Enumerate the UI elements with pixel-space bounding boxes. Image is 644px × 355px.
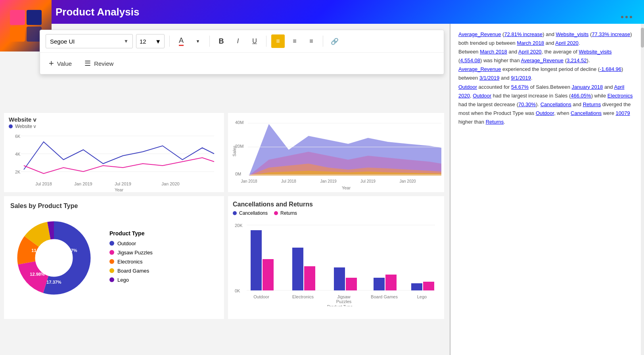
sep4	[323, 36, 323, 47]
website-chart-title: Website v	[4, 113, 224, 123]
link-website-visits-1[interactable]: Website_visits	[556, 31, 589, 37]
insight-paragraph-1: Average_Revenue (72.81% increase) and We…	[458, 30, 636, 48]
legend-color-jigsaw	[109, 250, 114, 255]
link-77pct[interactable]: 77.33% increase	[592, 31, 630, 37]
svg-rect-1	[27, 10, 42, 25]
link-outdoor-2[interactable]: Outdoor	[473, 93, 491, 99]
align-center-button[interactable]: ≡	[288, 34, 301, 48]
bold-button[interactable]: B	[215, 34, 228, 48]
insight-paragraph-3: Average_Revenue experienced the longest …	[458, 65, 636, 82]
link-march-2018-1[interactable]: March 2018	[517, 40, 544, 46]
sidebar-scroll-thumb[interactable]	[641, 28, 644, 48]
review-icon: ☰	[84, 59, 91, 68]
website-chart-svg: 6K 4K 2K Jul 2018 Jan 2019 Jul 2019 Jan …	[4, 130, 218, 191]
legend-title: Product Type	[109, 230, 153, 237]
bold-icon: B	[219, 37, 224, 46]
link-72pct[interactable]: 72.81% increase	[504, 31, 542, 37]
svg-text:Jan 2019: Jan 2019	[320, 179, 337, 183]
italic-button[interactable]: I	[231, 34, 245, 48]
svg-text:6K: 6K	[15, 134, 21, 139]
link-cancellations[interactable]: Cancellations	[540, 101, 571, 107]
font-size-select[interactable]: 12 ▼	[136, 34, 165, 48]
link-outdoor-1[interactable]: Outdoor	[458, 84, 477, 90]
legend-color-electronics	[109, 259, 114, 264]
sep3	[266, 36, 266, 47]
link-avg-revenue-2[interactable]: Average_Revenue	[521, 57, 564, 63]
bar-lego-cancel	[411, 283, 422, 290]
bar-electronics-cancel	[292, 248, 303, 290]
svg-point-37	[37, 241, 71, 275]
link-31-2019[interactable]: 3/1/2019	[479, 75, 500, 81]
bar-outdoor-return	[263, 259, 274, 290]
legend-jigsaw: Jigsaw Puzzles	[109, 250, 153, 256]
link-466pct[interactable]: 466.05%	[571, 93, 591, 99]
legend-dot-website	[9, 124, 13, 128]
font-family-select[interactable]: Segoe UI ▼	[46, 34, 133, 48]
donut-chart-container: 54.67% 17.37% 12.98% 11.96% Product Type…	[10, 214, 218, 302]
three-dot-menu[interactable]	[621, 16, 632, 18]
svg-text:40M: 40M	[235, 120, 243, 125]
svg-text:Jan 2020: Jan 2020	[161, 181, 179, 186]
link-avg-revenue-3[interactable]: Average_Revenue	[458, 66, 501, 72]
link-march-2018-2[interactable]: March 2018	[480, 49, 507, 55]
link-returns[interactable]: Returns	[583, 101, 601, 107]
donut-wrap: 54.67% 17.37% 12.98% 11.96%	[10, 214, 98, 302]
svg-text:Jul 2018: Jul 2018	[281, 179, 296, 183]
plus-icon: +	[49, 58, 54, 69]
formatting-toolbar: Segoe UI ▼ 12 ▼ A ▼ B I U ≡	[40, 30, 444, 74]
link-outdoor-3[interactable]: Outdoor	[536, 110, 554, 116]
font-size-arrow: ▼	[155, 38, 161, 45]
link-website-visits-2[interactable]: Website_visits	[579, 49, 612, 55]
link-3214[interactable]: 3,214.52	[567, 57, 587, 63]
bar-jigsaw-cancel	[334, 267, 345, 290]
svg-text:Jul 2019: Jul 2019	[360, 179, 376, 183]
legend-electronics: Electronics	[109, 259, 153, 265]
add-value-button[interactable]: + Value	[46, 57, 75, 70]
align-right-button[interactable]: ≡	[305, 34, 318, 48]
font-color-button[interactable]: A	[174, 34, 188, 48]
svg-text:Jigsaw: Jigsaw	[337, 294, 351, 299]
legend-label-website: Website v	[15, 124, 36, 129]
svg-text:Jul 2018: Jul 2018	[35, 181, 52, 186]
link-7030pct[interactable]: 70.30%	[518, 101, 536, 107]
dot3	[630, 16, 632, 18]
link-4554[interactable]: 4,554.08	[460, 57, 480, 63]
insights-sidebar: Average_Revenue (72.81% increase) and We…	[450, 24, 644, 355]
legend-color-boardgames	[109, 268, 114, 273]
svg-text:Year: Year	[115, 187, 124, 191]
align-left-button[interactable]: ≡	[271, 34, 285, 48]
legend-lego: Lego	[109, 277, 153, 283]
link-neg1684[interactable]: -1,684.96	[600, 66, 621, 72]
legend-color-outdoor	[109, 241, 114, 246]
svg-text:20K: 20K	[235, 223, 243, 228]
link-5467pct[interactable]: 54.67%	[511, 84, 529, 90]
link-electronics[interactable]: Electronics	[608, 93, 633, 99]
font-color-dropdown[interactable]: ▼	[191, 34, 205, 48]
svg-text:Jan 2019: Jan 2019	[74, 181, 92, 186]
website-chart-legend: Website v	[4, 123, 224, 130]
align-center-icon: ≡	[293, 38, 296, 45]
link-avg-revenue-1[interactable]: Average_Revenue	[458, 31, 501, 37]
legend-label-outdoor: Outdoor	[117, 240, 136, 246]
underline-button[interactable]: U	[248, 34, 261, 48]
svg-text:4K: 4K	[15, 152, 21, 157]
page-title: Product Analysis	[56, 6, 139, 18]
svg-text:0M: 0M	[235, 172, 241, 176]
svg-text:54.67%: 54.67%	[62, 248, 77, 253]
legend-cancellations: Cancellations	[233, 210, 268, 216]
link-jan-2018[interactable]: January 2018	[571, 84, 603, 90]
bar-boardgames-cancel	[374, 278, 385, 290]
underline-icon: U	[252, 38, 257, 45]
link-returns-2[interactable]: Returns	[486, 119, 504, 125]
link-button[interactable]: 🔗	[328, 34, 341, 48]
link-10079[interactable]: 10079	[616, 110, 630, 116]
link-cancellations-2[interactable]: Cancellations	[571, 110, 602, 116]
link-91-2019[interactable]: 9/1/2019	[511, 75, 531, 81]
toolbar-top-row: Segoe UI ▼ 12 ▼ A ▼ B I U ≡	[40, 30, 444, 53]
sep1	[169, 36, 170, 47]
link-april-2020-1[interactable]: April 2020	[555, 40, 579, 46]
svg-text:Year: Year	[342, 185, 351, 190]
stacked-area-svg: 40M 20M 0M Sales Jan 2018 Jul 2018 Jan 2…	[231, 116, 445, 195]
link-april-2020-2[interactable]: April 2020	[518, 49, 542, 55]
review-button[interactable]: ☰ Review	[81, 57, 117, 69]
